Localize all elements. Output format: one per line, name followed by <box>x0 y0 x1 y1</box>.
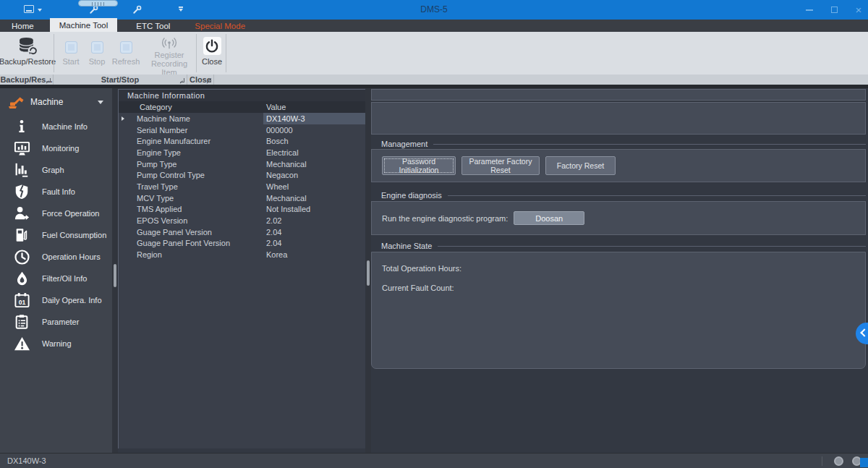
group-expander-icon[interactable] <box>180 78 184 82</box>
table-row[interactable]: Pump Control Type Negacon <box>119 169 365 181</box>
group-expander-icon[interactable] <box>46 78 51 82</box>
tab-machine-tool[interactable]: Machine Tool <box>50 18 118 32</box>
row-value: Not Installed <box>263 204 365 216</box>
minimize-button[interactable] <box>804 5 814 15</box>
sidebar-item-parameter[interactable]: Parameter <box>0 311 112 333</box>
row-value: Mechanical <box>263 158 365 170</box>
row-category: TMS Applied <box>127 205 263 213</box>
row-value: Mechanical <box>263 192 365 204</box>
table-row[interactable]: Region Korea <box>119 249 365 260</box>
group-expander-icon[interactable] <box>207 78 211 82</box>
sidebar-item-label: Monitoring <box>42 144 109 153</box>
sidebar-header-machine[interactable]: Machine <box>0 88 112 116</box>
ribbon-tab-bar: Home Machine Tool ETC Tool Special Mode <box>0 20 868 32</box>
table-row[interactable]: Serial Number 000000 <box>119 124 365 136</box>
title-bar: DMS-5 × <box>0 0 868 20</box>
tab-special-mode[interactable]: Special Mode <box>189 20 251 32</box>
status-circle-icon[interactable] <box>834 456 843 466</box>
row-category: Pump Control Type <box>127 171 263 179</box>
register-recording-item-button[interactable]: Register Recording Item <box>147 32 192 75</box>
sidebar-item-fault-info[interactable]: Fault Info <box>0 181 112 203</box>
sidebar-item-label: Daily Opera. Info <box>42 296 109 305</box>
register-recording-item-label: Register Recording Item <box>147 51 192 77</box>
sidebar-item-fuel-consumption[interactable]: Fuel Consumption <box>0 224 112 246</box>
ribbon-separator <box>196 34 197 72</box>
detail-panel-strip <box>371 89 866 101</box>
app-menu-caret-icon[interactable] <box>38 9 42 12</box>
close-tool-button[interactable]: Close <box>200 32 224 75</box>
scrollbar-thumb[interactable] <box>114 264 116 287</box>
sidebar: Machine Machine Info <box>0 88 112 453</box>
sidebar-item-graph[interactable]: Graph <box>0 159 112 181</box>
sidebar-item-warning[interactable]: Warning <box>0 333 112 354</box>
oil-drop-icon <box>13 270 30 287</box>
sidebar-item-filter-oil-info[interactable]: Filter/Oil Info <box>0 268 112 289</box>
row-category: Pump Type <box>127 160 263 169</box>
table-row[interactable]: Engine Manufacturer Bosch <box>119 135 365 147</box>
doosan-button[interactable]: Doosan <box>514 211 584 225</box>
machine-state-section-header: Machine State <box>371 241 866 251</box>
table-row[interactable]: EPOS Version 2.02 <box>119 215 365 226</box>
password-initialization-button[interactable]: Password Initialization <box>382 156 456 175</box>
row-category: Engine Type <box>127 148 263 157</box>
excavator-icon <box>7 95 26 109</box>
backup-restore-button[interactable]: Backup/Restore <box>1 32 54 75</box>
app-menu-icon[interactable] <box>24 5 34 13</box>
machine-state-section: Total Operation Hours: Current Fault Cou… <box>371 252 866 369</box>
table-row[interactable]: TMS Applied Not Installed <box>119 204 365 216</box>
customize-toolbar-icon[interactable] <box>179 9 183 12</box>
machine-state-title: Machine State <box>381 242 432 250</box>
wrench-icon[interactable] <box>132 5 142 14</box>
machine-information-title: Machine Information <box>119 89 365 101</box>
sidebar-item-force-operation[interactable]: Force Operation <box>0 203 112 224</box>
sidebar-item-label: Fuel Consumption <box>42 231 109 240</box>
ribbon-separator <box>54 34 54 72</box>
factory-reset-button[interactable]: Factory Reset <box>545 156 616 175</box>
row-value: Bosch <box>263 135 365 147</box>
sidebar-item-operation-hours[interactable]: Operation Hours <box>0 246 112 268</box>
total-operation-hours-label: Total Operation Hours: <box>382 264 865 273</box>
warning-triangle-icon <box>13 335 30 352</box>
refresh-label: Refresh <box>112 57 140 66</box>
row-category: Guage Panel Version <box>127 228 263 237</box>
broadcast-icon <box>161 35 177 51</box>
group-backup-restore: Backup/Res... <box>0 75 54 85</box>
sidebar-header-label: Machine <box>30 97 98 107</box>
chevron-down-icon[interactable] <box>98 101 103 104</box>
start-button[interactable]: Start <box>59 32 83 75</box>
row-value: Negacon <box>263 169 365 181</box>
table-row[interactable]: Travel Type Wheel <box>119 181 365 192</box>
refresh-button[interactable]: Refresh <box>111 32 141 75</box>
sidebar-item-label: Parameter <box>42 318 109 327</box>
table-row[interactable]: Pump Type Mechanical <box>119 158 365 170</box>
sidebar-item-label: Operation Hours <box>42 252 109 262</box>
row-value: Electrical <box>263 147 365 158</box>
engine-diagnosis-section: Run the engine diagnostic program: Doosa… <box>371 201 866 235</box>
maximize-button[interactable] <box>829 5 839 15</box>
table-row[interactable]: MCV Type Mechanical <box>119 192 365 204</box>
tab-etc-tool[interactable]: ETC Tool <box>130 20 176 32</box>
table-scrollbar[interactable] <box>365 88 371 453</box>
sidebar-item-monitoring[interactable]: Monitoring <box>0 137 112 159</box>
sidebar-item-daily-operation-info[interactable]: 01 Daily Opera. Info <box>0 289 112 311</box>
sidebar-item-machine-info[interactable]: Machine Info <box>0 116 112 137</box>
calendar-icon: 01 <box>13 292 30 309</box>
chevron-left-icon <box>860 328 868 336</box>
scrollbar-thumb[interactable] <box>367 260 370 286</box>
stop-button[interactable]: Stop <box>85 32 109 75</box>
close-window-button[interactable]: × <box>854 5 864 15</box>
table-row[interactable]: Guage Panel Font Version 2.04 <box>119 238 365 250</box>
parameter-factory-reset-button[interactable]: Parameter Factory Reset <box>461 156 540 175</box>
column-category: Category <box>119 103 263 111</box>
database-restore-icon <box>17 35 38 57</box>
table-row[interactable]: Engine Type Electrical <box>119 147 365 158</box>
table-row[interactable]: Guage Panel Version 2.04 <box>119 226 365 238</box>
row-value: 000000 <box>263 124 365 136</box>
row-value: 2.04 <box>263 226 365 238</box>
table-row[interactable]: Machine Name DX140W-3 <box>119 113 365 124</box>
group-backup-label: Backup/Res... <box>0 75 52 84</box>
row-value: Korea <box>263 249 365 260</box>
row-category: Machine Name <box>127 114 263 123</box>
sidebar-scrollbar[interactable] <box>112 88 118 453</box>
tab-home[interactable]: Home <box>6 20 40 32</box>
